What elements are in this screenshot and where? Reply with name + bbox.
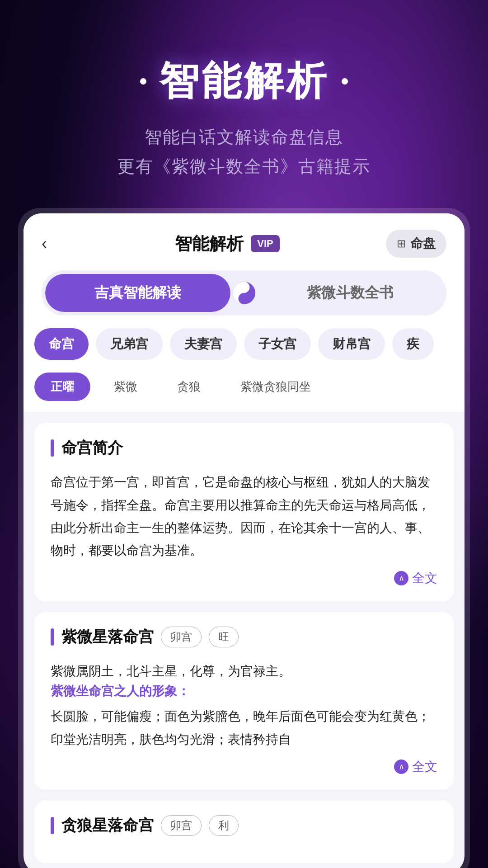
section-link-text-1: 紫微坐命宫之人的形象： — [51, 683, 437, 700]
card-navbar: ‹ 智能解析 VIP ⊞ 命盘 — [23, 213, 465, 270]
chevron-up-icon-1: ∧ — [394, 760, 408, 774]
read-more-row-0: ∧ 全文 — [51, 570, 437, 587]
back-button[interactable]: ‹ — [42, 234, 69, 253]
subfilter-pill-1[interactable]: 紫微 — [98, 373, 154, 401]
section-body-1b: 长圆脸，可能偏瘦；面色为紫膪色，晚年后面色可能会变为红黄色；印堂光洁明亮，肤色均… — [51, 705, 437, 751]
tag-mao: 卯宫 — [161, 627, 202, 647]
dot-right — [342, 78, 348, 85]
section-title-0: 命宫简介 — [61, 438, 123, 458]
section-card-1: 紫微星落命宫 卯宫 旺 紫微属阴土，北斗主星，化尊，为官禄主。 紫微坐命宫之人的… — [34, 612, 454, 790]
subfilter-pill-0[interactable]: 正曜 — [34, 373, 90, 401]
toggle-right-button[interactable]: 紫微斗数全书 — [258, 274, 443, 312]
nav-right-label: 命盘 — [410, 235, 436, 252]
tag-wang: 旺 — [209, 627, 239, 647]
card-container: ‹ 智能解析 VIP ⊞ 命盘 吉真智能解读 — [18, 208, 470, 868]
section-title-row-1: 紫微星落命宫 卯宫 旺 — [51, 627, 437, 647]
section-bar-1 — [51, 628, 54, 646]
section-bar-2 — [51, 817, 54, 834]
tag-mao2: 卯宫 — [161, 815, 202, 836]
read-more-label-1: 全文 — [412, 758, 437, 775]
header-subtitle: 智能白话文解读命盘信息 更有《紫微斗数全书》古籍提示 — [0, 123, 488, 181]
toggle-bar: 吉真智能解读 紫微斗数全书 — [42, 270, 446, 316]
subfilter-scroll: 正曜 紫微 贪狼 紫微贪狼同坐 — [34, 373, 454, 401]
read-more-button-0[interactable]: ∧ 全文 — [394, 570, 437, 587]
nav-title: 智能解析 — [175, 232, 244, 255]
toggle-section: 吉真智能解读 紫微斗数全书 — [23, 270, 465, 326]
yin-yang-icon — [230, 279, 258, 307]
subfilter-pill-2[interactable]: 贪狼 — [161, 373, 217, 401]
section-body-1: 紫微属阴土，北斗主星，化尊，为官禄主。 — [51, 660, 437, 683]
header-section: 智能解析 智能白话文解读命盘信息 更有《紫微斗数全书》古籍提示 — [0, 0, 488, 208]
section-bar-0 — [51, 439, 54, 457]
read-more-button-1[interactable]: ∧ 全文 — [394, 758, 437, 775]
category-scroll: 命宫 兄弟宫 夫妻宫 子女宫 财帛宫 疾 — [34, 326, 454, 362]
content-area: 命宫简介 命宫位于第一宫，即首宫，它是命盘的核心与枢纽，犹如人的大脑发号施令，指… — [23, 412, 465, 863]
mingpan-button[interactable]: ⊞ 命盘 — [386, 230, 446, 258]
subfilter-pill-3[interactable]: 紫微贪狼同坐 — [224, 373, 327, 401]
read-more-label-0: 全文 — [412, 570, 437, 587]
subfilter-section: 正曜 紫微 贪狼 紫微贪狼同坐 — [23, 373, 465, 412]
section-card-0: 命宫简介 命宫位于第一宫，即首宫，它是命盘的核心与枢纽，犹如人的大脑发号施令，指… — [34, 423, 454, 601]
header-title-row: 智能解析 — [0, 54, 488, 108]
category-pill-2[interactable]: 夫妻宫 — [170, 328, 237, 360]
header-title: 智能解析 — [159, 54, 329, 108]
nav-title-area: 智能解析 VIP — [175, 232, 279, 255]
category-pill-3[interactable]: 子女宫 — [244, 328, 311, 360]
section-title-row-2: 贪狼星落命宫 卯宫 利 — [51, 815, 437, 836]
category-pill-4[interactable]: 财帛宫 — [318, 328, 385, 360]
section-title-2: 贪狼星落命宫 — [61, 815, 154, 836]
tag-li: 利 — [209, 815, 239, 836]
section-title-1: 紫微星落命宫 — [61, 627, 154, 647]
main-card: ‹ 智能解析 VIP ⊞ 命盘 吉真智能解读 — [23, 213, 465, 868]
category-pill-5[interactable]: 疾 — [392, 328, 434, 360]
dot-left — [140, 78, 146, 85]
vip-badge: VIP — [251, 235, 279, 252]
svg-point-2 — [242, 297, 246, 301]
category-pill-1[interactable]: 兄弟宫 — [96, 328, 163, 360]
grid-icon: ⊞ — [397, 237, 406, 250]
section-card-2: 贪狼星落命宫 卯宫 利 — [34, 801, 454, 863]
section-title-row-0: 命宫简介 — [51, 438, 437, 458]
toggle-left-button[interactable]: 吉真智能解读 — [45, 274, 230, 312]
svg-point-1 — [242, 285, 246, 290]
category-section: 命宫 兄弟宫 夫妻宫 子女宫 财帛宫 疾 — [23, 326, 465, 373]
category-pill-0[interactable]: 命宫 — [34, 328, 89, 360]
chevron-up-icon-0: ∧ — [394, 571, 408, 585]
section-body-0: 命宫位于第一宫，即首宫，它是命盘的核心与枢纽，犹如人的大脑发号施令，指挥全盘。命… — [51, 471, 437, 562]
read-more-row-1: ∧ 全文 — [51, 758, 437, 775]
